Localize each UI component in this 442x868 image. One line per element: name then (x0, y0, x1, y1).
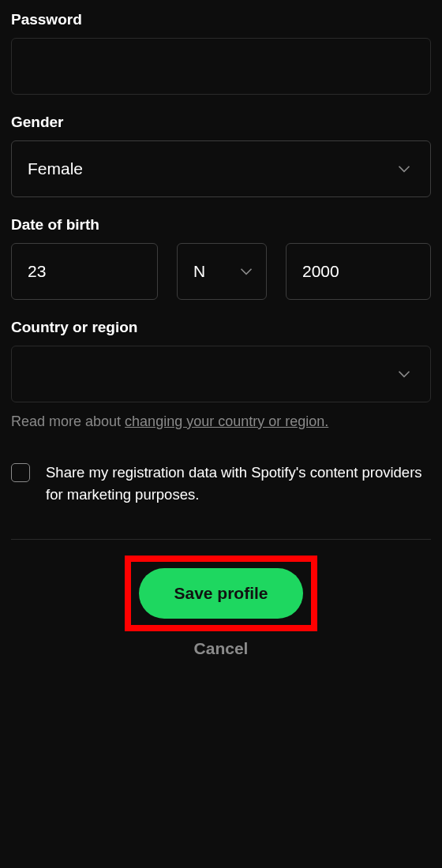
country-helper-text: Read more about changing your country or… (11, 413, 431, 430)
button-area: Save profile Cancel (11, 556, 431, 658)
marketing-checkbox-label: Share my registration data with Spotify'… (46, 462, 431, 506)
chevron-down-icon (394, 364, 414, 384)
dob-month-value: N (193, 262, 205, 281)
password-group: Password (11, 11, 431, 95)
chevron-down-icon (394, 159, 414, 179)
dob-year-value: 2000 (302, 262, 339, 281)
country-helper-prefix: Read more about (11, 413, 125, 429)
chevron-down-icon (236, 261, 257, 282)
country-group: Country or region Read more about changi… (11, 319, 431, 430)
marketing-checkbox-row: Share my registration data with Spotify'… (11, 462, 431, 506)
gender-value: Female (28, 159, 83, 178)
highlight-annotation: Save profile (125, 556, 317, 631)
save-profile-button[interactable]: Save profile (139, 568, 302, 619)
marketing-checkbox[interactable] (11, 463, 30, 482)
dob-day-input[interactable]: 23 (11, 243, 158, 300)
password-label: Password (11, 11, 431, 28)
gender-group: Gender Female (11, 114, 431, 197)
dob-year-input[interactable]: 2000 (286, 243, 431, 300)
dob-label: Date of birth (11, 216, 431, 234)
country-label: Country or region (11, 319, 431, 336)
gender-select[interactable]: Female (11, 140, 431, 197)
dob-group: Date of birth 23 N 2000 (11, 216, 431, 300)
dob-day-value: 23 (28, 262, 46, 281)
gender-label: Gender (11, 114, 431, 131)
password-input[interactable] (11, 38, 431, 95)
dob-row: 23 N 2000 (11, 243, 431, 300)
country-helper-link[interactable]: changing your country or region. (125, 413, 328, 429)
divider (11, 539, 431, 540)
dob-month-select[interactable]: N (177, 243, 267, 300)
country-select[interactable] (11, 346, 431, 402)
cancel-button[interactable]: Cancel (194, 639, 249, 658)
